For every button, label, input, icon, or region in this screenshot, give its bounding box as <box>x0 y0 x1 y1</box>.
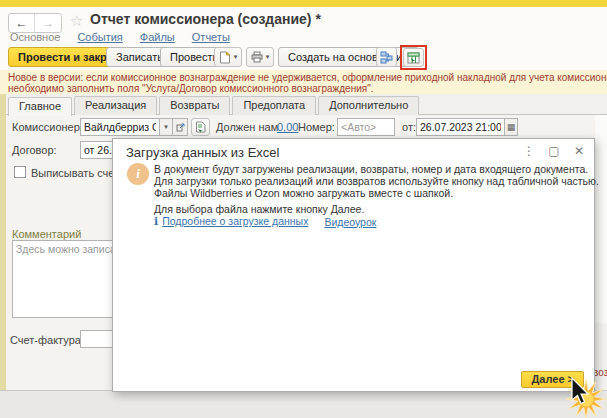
details-link-label: Подробнее о загрузке данных <box>162 215 308 227</box>
related-documents-button[interactable] <box>376 47 397 67</box>
info-icon: i <box>127 163 149 185</box>
owes-us-label: Должен нам <box>216 121 278 133</box>
comment-label: Комментарий <box>12 228 81 240</box>
left-accent-strip <box>0 94 6 390</box>
version-notice-line2: необходимо заполнить поля "Услуга/Догово… <box>8 83 607 94</box>
printer-icon <box>251 51 263 63</box>
nav-tab-events[interactable]: События <box>77 31 122 43</box>
load-rows-from-excel-button[interactable] <box>191 118 210 136</box>
version-notice-line1: Новое в версии: если комиссионное вознаг… <box>8 72 607 83</box>
attach-file-icon <box>219 51 231 64</box>
favorite-star-icon[interactable]: ☆ <box>70 12 83 30</box>
tab-dopolnitelno[interactable]: Дополнительно <box>318 96 419 115</box>
chevron-down-icon: ▾ <box>164 123 168 131</box>
close-icon: ✕ <box>574 144 584 158</box>
owes-us-amount-link[interactable]: 0,00 <box>277 121 298 133</box>
related-documents-icon <box>380 51 393 64</box>
open-item-icon <box>176 123 185 132</box>
dropdown-icon: ▾ <box>266 53 270 61</box>
create-based-on-button[interactable]: Создать на основании ▾ <box>278 47 419 67</box>
excel-import-icon <box>195 121 207 133</box>
load-from-excel-toolbar-button[interactable] <box>403 48 424 67</box>
more-icon: ⋮ <box>523 144 535 158</box>
dialog-title: Загрузка данных из Excel <box>126 145 279 160</box>
more-actions-button[interactable]: ⋮ <box>522 144 536 158</box>
video-tutorial-link[interactable]: Видеоурок <box>324 216 376 228</box>
tab-predoplata[interactable]: Предоплата <box>232 96 316 115</box>
date-input[interactable] <box>416 118 505 136</box>
back-button[interactable]: ← <box>9 14 35 32</box>
dropdown-icon: ▾ <box>234 53 238 61</box>
section-nav: Основное События Файлы Отчеты <box>10 31 230 43</box>
page-title: Отчет комиссионера (создание) * <box>90 11 321 27</box>
number-label: Номер: <box>298 121 335 133</box>
commissioner-dropdown-button[interactable]: ▾ <box>160 118 173 136</box>
background-panel-sliver <box>595 115 607 323</box>
print-menu-button[interactable]: ▾ <box>246 47 274 67</box>
nav-tab-reports[interactable]: Отчеты <box>192 31 230 43</box>
tab-vozvraty[interactable]: Возвраты <box>159 96 230 115</box>
calendar-icon: ▦ <box>507 122 516 132</box>
dialog-links-row: ℹПодробнее о загрузке данных Видеоурок <box>154 215 376 228</box>
excel-load-dialog: Загрузка данных из Excel ⋮ ▢ ✕ i В докум… <box>112 138 595 392</box>
form-header: ← → ☆ Отчет комиссионера (создание) * Ос… <box>0 7 607 44</box>
tab-realizaciya[interactable]: Реализация <box>74 96 157 115</box>
window-footer-area <box>0 390 607 418</box>
dialog-text-line1: В документ будут загружены реализации, в… <box>154 163 588 175</box>
commissioner-open-button[interactable] <box>173 118 188 136</box>
tab-glavnoe[interactable]: Главное <box>8 97 72 116</box>
history-nav: ← → <box>8 13 62 33</box>
forward-icon: → <box>42 16 54 30</box>
details-link[interactable]: ℹПодробнее о загрузке данных <box>154 215 308 228</box>
number-input[interactable] <box>337 118 395 136</box>
dialog-text-line4: Для выбора файла нажмите кнопку Далее. <box>154 203 364 215</box>
nav-tab-main[interactable]: Основное <box>10 31 60 43</box>
form-tabstrip: Главное Реализация Возвраты Предоплата Д… <box>8 96 421 115</box>
excel-table-icon <box>407 52 420 64</box>
top-accent-strip <box>0 0 607 7</box>
link-info-icon: ℹ <box>154 215 158 227</box>
issue-invoices-checkbox[interactable] <box>14 166 26 178</box>
maximize-button[interactable]: ▢ <box>547 144 561 158</box>
annotation-highlight-box <box>400 45 427 70</box>
command-bar: Провести и закрыть Записать Провести ▾ ▾… <box>0 44 607 70</box>
calendar-button[interactable]: ▦ <box>505 118 518 136</box>
commissioner-input[interactable] <box>80 118 160 136</box>
attach-file-menu-button[interactable]: ▾ <box>214 47 242 67</box>
version-notice: Новое в версии: если комиссионное вознаг… <box>0 70 607 94</box>
dialog-text-line2: Для загрузки только реализаций или возвр… <box>154 175 599 187</box>
back-icon: ← <box>16 16 28 30</box>
close-button[interactable]: ✕ <box>572 144 586 158</box>
cursor-overlay <box>550 372 607 418</box>
forward-button[interactable]: → <box>35 14 61 32</box>
commissioner-label: Комиссионер: <box>12 121 83 133</box>
dialog-text-line3: Файлы Wildberries и Ozon можно загружать… <box>154 187 453 199</box>
contract-label: Договор: <box>12 144 57 156</box>
nav-tab-files[interactable]: Файлы <box>140 31 175 43</box>
commissioner-field: ▾ <box>80 118 188 136</box>
date-label: от: <box>402 121 416 133</box>
app-window: ← → ☆ Отчет комиссионера (создание) * Ос… <box>0 0 607 418</box>
date-field: ▦ <box>416 118 518 136</box>
maximize-icon: ▢ <box>548 144 559 158</box>
